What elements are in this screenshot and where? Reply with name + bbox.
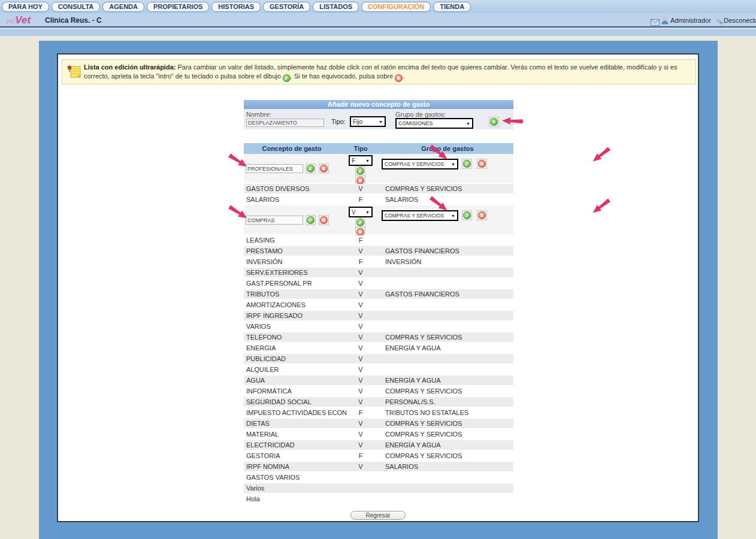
cancel-icon[interactable]: ✕ bbox=[319, 215, 329, 225]
tipo-edit-select[interactable]: V ▼ bbox=[349, 207, 373, 217]
cell-tipo[interactable] bbox=[340, 483, 382, 493]
cell-grupo[interactable] bbox=[382, 268, 513, 277]
cell-concepto[interactable]: SALARIOS bbox=[244, 195, 340, 204]
nav-tab[interactable]: HISTORIAS bbox=[211, 2, 261, 12]
cell-grupo[interactable] bbox=[382, 311, 513, 320]
cell-tipo[interactable]: V bbox=[340, 354, 382, 364]
cell-grupo[interactable] bbox=[382, 322, 513, 331]
cell-concepto[interactable]: Hola bbox=[244, 494, 340, 504]
cancel-icon[interactable]: ✕ bbox=[477, 159, 487, 169]
cell-tipo[interactable]: V bbox=[340, 419, 382, 428]
cell-concepto[interactable]: INFORMÁTICA bbox=[244, 386, 340, 396]
cell-concepto[interactable]: VARIOS bbox=[244, 322, 340, 331]
confirm-icon[interactable]: ✓ bbox=[355, 166, 365, 176]
cancel-icon[interactable]: ✕ bbox=[477, 210, 487, 220]
cell-grupo[interactable] bbox=[382, 494, 513, 504]
cell-concepto[interactable]: GAST.PERSONAL PR bbox=[244, 278, 340, 288]
cell-tipo[interactable]: V bbox=[340, 278, 382, 288]
cell-grupo[interactable]: PERSONAL/S.S. bbox=[382, 397, 513, 407]
concepto-edit-input[interactable] bbox=[246, 216, 303, 225]
cell-concepto[interactable]: ENERGIA bbox=[244, 343, 340, 353]
cell-tipo[interactable]: V bbox=[340, 300, 382, 310]
cell-concepto[interactable]: LEASING bbox=[244, 235, 340, 245]
cell-concepto[interactable]: MATERIAL bbox=[244, 429, 340, 439]
cell-tipo[interactable]: V bbox=[340, 397, 382, 407]
cell-tipo[interactable]: V bbox=[340, 365, 382, 374]
cell-concepto[interactable]: INVERSIÓN bbox=[244, 257, 340, 267]
cell-grupo[interactable]: GASTOS FINANCIEROS bbox=[382, 246, 513, 256]
grupo-edit-select[interactable]: COMPRAS Y SERVICIOS ▼ bbox=[382, 159, 458, 169]
cell-tipo[interactable]: V bbox=[340, 376, 382, 385]
cell-tipo[interactable] bbox=[340, 494, 382, 504]
cell-concepto[interactable]: SERV.EXTERIORES bbox=[244, 268, 340, 277]
cell-tipo[interactable]: F bbox=[340, 195, 382, 204]
cell-tipo[interactable]: V bbox=[340, 440, 382, 450]
confirm-icon[interactable]: ✓ bbox=[355, 217, 365, 228]
nav-tab[interactable]: LISTADOS bbox=[313, 2, 359, 12]
back-button[interactable]: Regresar bbox=[350, 511, 406, 520]
cell-concepto[interactable]: ALQUILER bbox=[244, 365, 340, 374]
nombre-input[interactable] bbox=[246, 119, 324, 127]
cell-grupo[interactable] bbox=[382, 235, 513, 245]
cell-grupo[interactable]: COMPRAS Y SERVICIOS bbox=[382, 184, 513, 193]
cell-grupo[interactable] bbox=[382, 300, 513, 310]
confirm-icon[interactable]: ✓ bbox=[462, 159, 472, 169]
cell-tipo[interactable]: V bbox=[340, 322, 382, 331]
cell-grupo[interactable]: GASTOS FINANCIEROS bbox=[382, 289, 513, 299]
cell-concepto[interactable]: AMORTIZACIONES bbox=[244, 300, 340, 310]
cell-tipo[interactable] bbox=[340, 473, 382, 482]
cell-concepto[interactable]: DIETAS bbox=[244, 419, 340, 428]
cell-grupo[interactable]: SALARIOS bbox=[382, 462, 513, 471]
logout-icon[interactable] bbox=[715, 17, 724, 28]
cell-tipo[interactable]: F bbox=[340, 408, 382, 417]
cell-tipo[interactable]: F bbox=[340, 451, 382, 461]
cell-concepto[interactable]: ELECTRICIDAD bbox=[244, 440, 340, 450]
cell-grupo[interactable] bbox=[382, 278, 513, 288]
cell-tipo[interactable]: V bbox=[340, 268, 382, 277]
cell-tipo[interactable]: V bbox=[340, 462, 382, 471]
cell-tipo[interactable]: V bbox=[340, 289, 382, 299]
envelope-icon[interactable] bbox=[651, 17, 660, 28]
cell-concepto[interactable]: IRPF INGRESADO bbox=[244, 311, 340, 320]
cell-grupo[interactable]: ENERGÍA Y AGUA bbox=[382, 376, 513, 385]
cell-grupo[interactable]: COMPRAS Y SERVICIOS bbox=[382, 386, 513, 396]
nav-tab[interactable]: GESTORÍA bbox=[263, 2, 310, 12]
cell-tipo[interactable]: V bbox=[340, 332, 382, 342]
cancel-icon[interactable]: ✕ bbox=[319, 163, 329, 174]
cell-concepto[interactable]: TRIBUTOS bbox=[244, 289, 340, 299]
confirm-icon[interactable]: ✓ bbox=[306, 215, 316, 225]
cell-concepto[interactable]: TELÉFONO bbox=[244, 332, 340, 342]
tipo-edit-select[interactable]: F ▼ bbox=[349, 155, 373, 166]
cell-concepto[interactable]: GASTOS VARIOS bbox=[244, 473, 340, 482]
cell-tipo[interactable]: V bbox=[340, 246, 382, 256]
nav-tab[interactable]: TIENDA bbox=[433, 2, 471, 12]
cell-grupo[interactable] bbox=[382, 354, 513, 364]
tipo-select[interactable]: Fijo ▼ bbox=[350, 116, 386, 127]
cell-grupo[interactable] bbox=[382, 483, 513, 493]
add-button[interactable]: + bbox=[489, 117, 499, 127]
confirm-icon[interactable]: ✓ bbox=[306, 163, 316, 174]
cell-concepto[interactable]: Varios bbox=[244, 483, 340, 493]
grupo-edit-select[interactable]: COMPRAS Y SERVICIOS ▼ bbox=[382, 210, 458, 221]
cell-grupo[interactable]: COMPRAS Y SERVICIOS bbox=[382, 332, 513, 342]
cell-concepto[interactable]: IMPUESTO ACTIVIDADES ECON bbox=[244, 408, 340, 417]
cell-tipo[interactable]: V bbox=[340, 184, 382, 193]
grupo-select[interactable]: COMISIONES ▼ bbox=[395, 118, 473, 129]
cell-grupo[interactable]: COMPRAS Y SERVICIOS bbox=[382, 429, 513, 439]
cell-tipo[interactable]: F bbox=[340, 257, 382, 267]
cell-concepto[interactable]: GESTORIA bbox=[244, 451, 340, 461]
cell-grupo[interactable]: ENERGÍA Y AGUA bbox=[382, 343, 513, 353]
cell-concepto[interactable]: PRESTAMO bbox=[244, 246, 340, 256]
cell-grupo[interactable]: INVERSIÓN bbox=[382, 257, 513, 267]
cell-grupo[interactable]: COMPRAS Y SERVICIOS bbox=[382, 451, 513, 461]
nav-tab[interactable]: AGENDA bbox=[102, 2, 144, 12]
cell-tipo[interactable]: F bbox=[340, 235, 382, 245]
concepto-edit-input[interactable] bbox=[246, 164, 303, 173]
cell-concepto[interactable]: IRPF NOMINA bbox=[244, 462, 340, 471]
cell-grupo[interactable]: TRIBUTOS NO ESTATALES bbox=[382, 408, 513, 417]
confirm-icon[interactable]: ✓ bbox=[462, 210, 472, 220]
nav-tab[interactable]: PARA HOY bbox=[2, 2, 49, 12]
nav-tab[interactable]: CONSULTA bbox=[52, 2, 100, 12]
cell-concepto[interactable]: GASTOS DIVERSOS bbox=[244, 184, 340, 193]
cell-concepto[interactable]: PUBLICIDAD bbox=[244, 354, 340, 364]
